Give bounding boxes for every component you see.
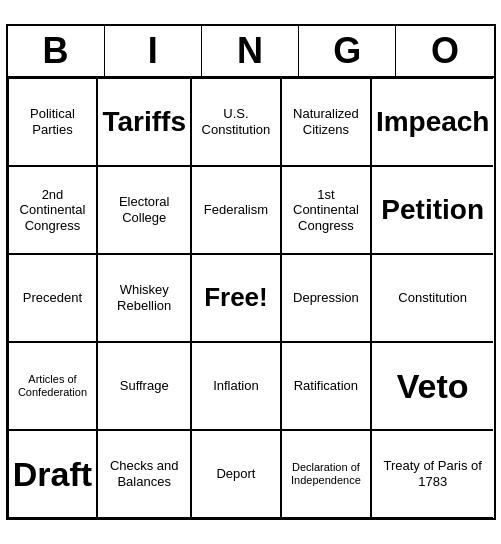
bingo-cell-8: 1st Continental Congress [281,166,371,254]
bingo-header: BINGO [8,26,494,78]
bingo-cell-14: Constitution [371,254,494,342]
bingo-cell-20: Draft [8,430,98,518]
bingo-cell-2: U.S. Constitution [191,78,281,166]
bingo-grid: Political PartiesTariffsU.S. Constitutio… [8,78,494,518]
bingo-cell-15: Articles of Confederation [8,342,98,430]
bingo-cell-6: Electoral College [97,166,191,254]
bingo-cell-0: Political Parties [8,78,98,166]
header-letter-i: I [105,26,202,76]
bingo-cell-5: 2nd Continental Congress [8,166,98,254]
bingo-cell-17: Inflation [191,342,281,430]
bingo-cell-3: Naturalized Citizens [281,78,371,166]
bingo-cell-10: Precedent [8,254,98,342]
bingo-cell-1: Tariffs [97,78,191,166]
header-letter-n: N [202,26,299,76]
bingo-cell-18: Ratification [281,342,371,430]
bingo-cell-9: Petition [371,166,494,254]
header-letter-b: B [8,26,105,76]
bingo-cell-24: Treaty of Paris of 1783 [371,430,494,518]
bingo-cell-16: Suffrage [97,342,191,430]
bingo-cell-22: Deport [191,430,281,518]
bingo-cell-21: Checks and Balances [97,430,191,518]
bingo-cell-13: Depression [281,254,371,342]
header-letter-o: O [396,26,493,76]
bingo-cell-4: Impeach [371,78,494,166]
bingo-cell-11: Whiskey Rebellion [97,254,191,342]
bingo-cell-7: Federalism [191,166,281,254]
bingo-cell-19: Veto [371,342,494,430]
header-letter-g: G [299,26,396,76]
bingo-cell-12: Free! [191,254,281,342]
bingo-cell-23: Declaration of Independence [281,430,371,518]
bingo-card: BINGO Political PartiesTariffsU.S. Const… [6,24,496,520]
